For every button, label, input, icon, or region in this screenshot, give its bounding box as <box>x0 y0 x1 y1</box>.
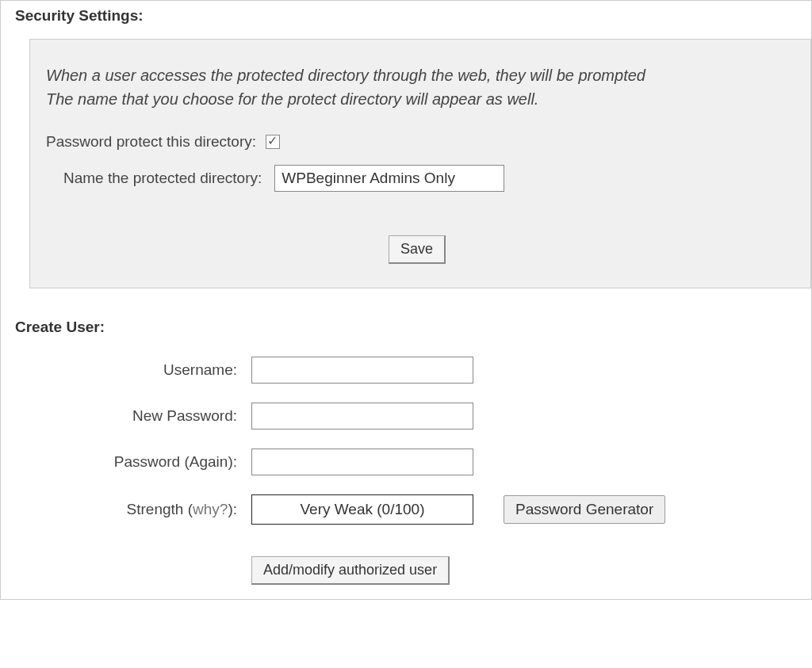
security-description: When a user accesses the protected direc… <box>46 63 788 111</box>
strength-indicator: Very Weak (0/100) <box>251 494 473 525</box>
password-again-input[interactable] <box>251 449 473 475</box>
protect-directory-row: Password protect this directory: <box>46 133 788 151</box>
security-settings-box: When a user accesses the protected direc… <box>29 39 811 288</box>
add-user-row: Add/modify authorized user <box>251 556 797 585</box>
strength-why-link[interactable]: why? <box>193 501 228 517</box>
create-user-form: Username: New Password: Password (Again)… <box>15 357 797 525</box>
new-password-input[interactable] <box>251 403 473 429</box>
dirname-row: Name the protected directory: <box>63 165 788 192</box>
save-button[interactable]: Save <box>389 235 446 264</box>
username-input[interactable] <box>251 357 473 384</box>
username-label: Username: <box>15 361 237 379</box>
add-modify-user-button[interactable]: Add/modify authorized user <box>251 556 450 585</box>
settings-panel: Security Settings: When a user accesses … <box>0 0 812 600</box>
new-password-label: New Password: <box>15 407 237 425</box>
create-user-section: Create User: Username: New Password: Pas… <box>1 288 811 599</box>
security-description-line2: The name that you choose for the protect… <box>46 90 538 108</box>
dirname-input[interactable] <box>274 165 504 192</box>
password-generator-cell: Password Generator <box>504 495 797 524</box>
dirname-label: Name the protected directory: <box>63 170 262 187</box>
protect-directory-label: Password protect this directory: <box>46 133 256 151</box>
password-generator-button[interactable]: Password Generator <box>504 495 665 524</box>
security-settings-title: Security Settings: <box>1 1 811 25</box>
security-description-line1: When a user accesses the protected direc… <box>46 67 645 84</box>
create-user-title: Create User: <box>15 312 797 336</box>
save-button-row: Save <box>46 235 788 264</box>
strength-label: Strength (why?): <box>15 501 237 518</box>
password-again-label: Password (Again): <box>15 453 237 471</box>
protect-directory-checkbox[interactable] <box>266 135 280 149</box>
